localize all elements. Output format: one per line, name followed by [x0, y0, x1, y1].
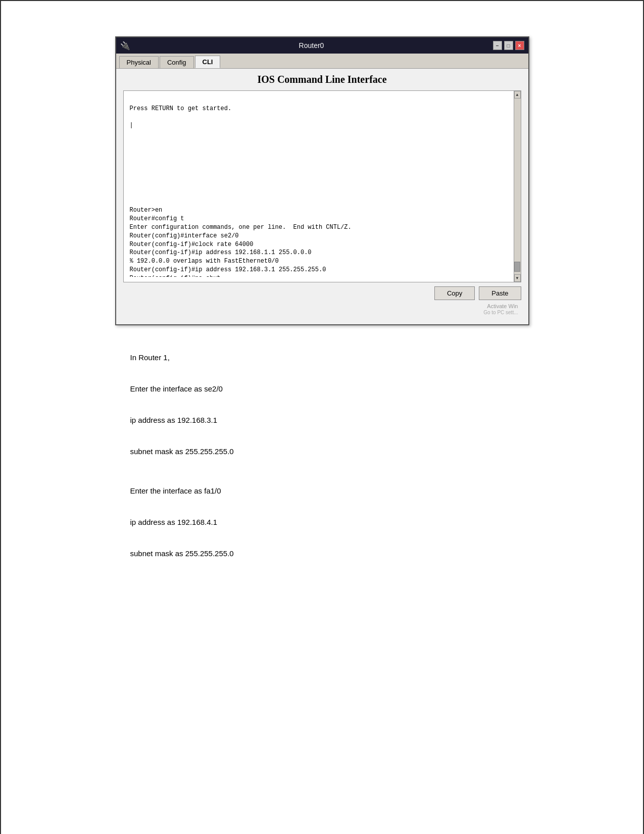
paste-button[interactable]: Paste — [479, 286, 521, 300]
notes-line — [130, 468, 529, 482]
tabs-bar: Physical Config CLI — [116, 54, 528, 69]
terminal-line: Router>en — [130, 206, 512, 215]
terminal-line: Router(config-if)#ip address 192.168.3.1… — [130, 266, 512, 274]
notes-group: In Router 1, Enter the interface as se2/… — [130, 351, 529, 458]
notes-line: Enter the interface as se2/0 — [130, 382, 529, 396]
terminal-line — [130, 189, 512, 198]
scrollbar-down[interactable]: ▼ — [514, 274, 521, 282]
terminal-line — [130, 147, 512, 156]
terminal-line: Router(config-if)#clock rate 64000 — [130, 240, 512, 249]
terminal-line: Router(config-if)#no shut — [130, 274, 512, 277]
terminal-scrollbar: ▲ ▼ — [514, 91, 521, 282]
notes-line: subnet mask as 255.255.255.0 — [130, 547, 529, 560]
terminal-line — [130, 172, 512, 181]
terminal-line: % 192.0.0.0 overlaps with FastEthernet0/… — [130, 257, 512, 266]
notes-line — [130, 366, 529, 380]
terminal-line: Enter configuration commands, one per li… — [130, 223, 512, 232]
cli-terminal[interactable]: Press RETURN to get started. | Router>en… — [123, 90, 521, 282]
scrollbar-thumb[interactable] — [514, 262, 520, 272]
scrollbar-up[interactable]: ▲ — [514, 91, 521, 99]
notes-line: ip address as 192.168.3.1 — [130, 413, 529, 427]
restore-button[interactable]: □ — [504, 41, 513, 50]
copy-button[interactable]: Copy — [434, 286, 475, 300]
terminal-line: | — [130, 121, 512, 130]
window-content: IOS Command Line Interface Press RETURN … — [116, 69, 528, 324]
btn-row: Copy Paste — [123, 282, 521, 302]
terminal-line — [130, 113, 512, 122]
terminal-line — [130, 130, 512, 138]
terminal-line: Router(config)#interface se2/0 — [130, 232, 512, 240]
notes-line — [130, 398, 529, 411]
tab-cli[interactable]: CLI — [195, 56, 221, 68]
cli-terminal-inner: Press RETURN to get started. | Router>en… — [130, 96, 515, 277]
notes-line: ip address as 192.168.4.1 — [130, 515, 529, 529]
tab-physical[interactable]: Physical — [119, 56, 159, 68]
notes-line: In Router 1, — [130, 351, 529, 364]
terminal-line — [130, 164, 512, 172]
terminal-line — [130, 181, 512, 189]
notes-line — [130, 429, 529, 443]
terminal-line — [130, 198, 512, 207]
terminal-line: Router#config t — [130, 215, 512, 223]
title-bar: 🔌 Router0 – □ × — [116, 37, 528, 54]
window-title: Router0 — [130, 41, 493, 50]
terminal-line — [130, 138, 512, 147]
router-icon: 🔌 — [120, 41, 130, 51]
notes-section: In Router 1, Enter the interface as se2/… — [115, 346, 529, 570]
outer-container: 🔌 Router0 – □ × Physical Config CLI IOS … — [21, 21, 623, 814]
notes-group: Enter the interface as fa1/0 ip address … — [130, 468, 529, 560]
notes-line: Enter the interface as fa1/0 — [130, 484, 529, 498]
notes-line — [130, 531, 529, 545]
window-controls: – □ × — [493, 41, 524, 50]
tab-config[interactable]: Config — [160, 56, 194, 68]
terminal-line — [130, 156, 512, 164]
notes-line — [130, 500, 529, 513]
activate-win-text: Activate WinGo to PC sett... — [123, 302, 521, 317]
terminal-line — [130, 96, 512, 105]
terminal-line: Press RETURN to get started. — [130, 105, 512, 113]
router-window: 🔌 Router0 – □ × Physical Config CLI IOS … — [115, 36, 529, 325]
section-title: IOS Command Line Interface — [123, 74, 521, 85]
notes-line: subnet mask as 255.255.255.0 — [130, 445, 529, 458]
terminal-line: Router(config-if)#ip address 192.168.1.1… — [130, 249, 512, 257]
close-button[interactable]: × — [515, 41, 524, 50]
minimize-button[interactable]: – — [493, 41, 502, 50]
